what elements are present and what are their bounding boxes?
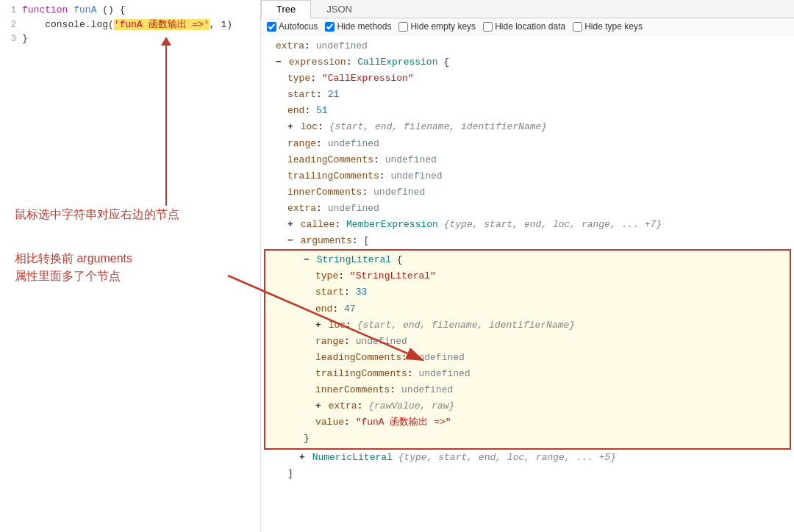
checkbox-hide-empty-keys[interactable] [398,22,408,32]
expand-callee[interactable]: + [287,219,293,230]
hl-start-33: start: 33 [265,284,790,301]
collapse-string-literal[interactable]: − [304,254,310,265]
hl-leading-string: leadingComments: undefined [265,350,790,366]
code-text-1: function funA () { [22,3,125,18]
code-line-1: 1 function funA () { [0,3,260,18]
tree-line-type-call: type: "CallExpression" [261,71,794,87]
option-hide-location-data[interactable]: Hide location data [483,21,565,32]
string-literal-box: − StringLiteral { type: "StringLiteral" … [264,249,791,450]
code-editor: 1 function funA () { 2 console.log('funA… [0,0,260,49]
code-line-3: 3 } [0,32,260,46]
tab-tree[interactable]: Tree [261,0,311,18]
keyword-function: function [22,4,68,15]
hl-type-string: type: "StringLiteral" [265,268,790,284]
hl-trailing-string: trailingComments: undefined [265,366,790,382]
hl-inner-string: innerComments: undefined [265,382,790,398]
string-literal: 'funA 函数输出 =>' [114,19,210,30]
hl-close-brace: } [265,431,790,447]
code-text-2: console.log('funA 函数输出 =>', 1) [22,18,232,32]
hl-string-literal-header: − StringLiteral { [265,252,790,268]
option-autofocus[interactable]: Autofocus [267,21,318,32]
hl-end-47: end: 47 [265,301,790,317]
option-hide-empty-keys[interactable]: Hide empty keys [398,21,476,32]
checkbox-hide-type-keys[interactable] [573,22,582,32]
expand-loc-string[interactable]: + [315,320,321,331]
collapse-expression[interactable]: − [276,57,282,68]
checkbox-autofocus[interactable] [267,22,276,32]
tabs-bar: Tree JSON [261,0,794,18]
annotation-text-1: 鼠标选中字符串对应右边的节点 [15,206,179,223]
page-wrapper: 1 function funA () { 2 console.log('funA… [0,0,794,532]
collapse-arguments[interactable]: − [287,235,293,246]
hl-loc-string: + loc: {start, end, filename, identifier… [265,317,790,334]
line-num-2: 2 [3,18,16,32]
tree-line-inner-call: innerComments: undefined [261,184,794,201]
line-num-1: 1 [3,4,16,17]
code-line-2: 2 console.log('funA 函数输出 =>', 1) [0,18,260,32]
tree-line-callee: + callee: MemberExpression {type, start,… [261,217,794,233]
tab-json[interactable]: JSON [311,0,368,18]
options-bar: Autofocus Hide methods Hide empty keys H… [261,18,794,35]
option-hide-type-keys[interactable]: Hide type keys [573,21,643,32]
checkbox-hide-location-data[interactable] [483,22,493,32]
hl-extra-string: + extra: {rawValue, raw} [265,398,790,414]
code-text-3: } [22,32,28,46]
arrow-up [165,44,167,206]
tree-line-numeric: + NumericLiteral {type, start, end, loc,… [261,450,794,466]
tree-line-close-bracket: ] [261,466,794,482]
checkbox-hide-methods[interactable] [325,22,335,32]
expand-numeric[interactable]: + [299,452,305,463]
tree-line-range-call: range: undefined [261,136,794,152]
expand-loc-call[interactable]: + [287,121,293,132]
hl-range-string: range: undefined [265,334,790,350]
left-panel: 1 function funA () { 2 console.log('funA… [0,0,261,532]
tree-content: extra: undefined − expression: CallExpre… [261,35,794,532]
tree-line-end-51: end: 51 [261,103,794,119]
tree-line-extra1: extra: undefined [261,38,794,54]
tree-line-arguments: − arguments: [ [261,233,794,249]
option-hide-methods[interactable]: Hide methods [325,21,391,32]
tree-line-expression: − expression: CallExpression { [261,54,794,71]
annotation-text-2: 相比转换前 arguments 属性里面多了个节点 [15,250,132,285]
line-num-3: 3 [3,32,16,46]
hl-value-string: value: "funA 函数输出 =>" [265,414,790,431]
expand-extra-string[interactable]: + [315,400,321,411]
tree-line-leading-call: leadingComments: undefined [261,152,794,168]
right-panel: Tree JSON Autofocus Hide methods Hide em… [261,0,794,532]
func-name: funA [74,4,96,15]
tree-line-extra-call: extra: undefined [261,201,794,217]
tree-line-trailing-call: trailingComments: undefined [261,168,794,184]
tree-line-loc-call: + loc: {start, end, filename, identifier… [261,119,794,135]
tree-line-start-21: start: 21 [261,87,794,103]
